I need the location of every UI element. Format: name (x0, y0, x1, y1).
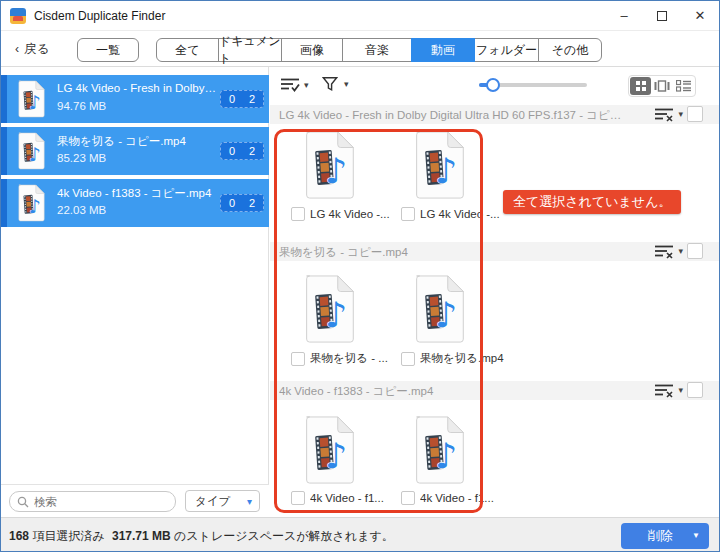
grid-icon (636, 81, 646, 91)
thumbnail-size-slider[interactable] (479, 83, 587, 87)
tab-label: 音楽 (365, 42, 389, 59)
group-header: 4k Video - f1383 - コピー.mp4 ▾ (270, 381, 720, 400)
file-checkbox[interactable] (291, 352, 305, 366)
filter-menu-button[interactable]: ▾ (322, 76, 349, 92)
list-view-toggle-button[interactable] (673, 77, 694, 95)
tab-all[interactable]: 全て (156, 38, 219, 62)
tab-folders[interactable]: フォルダー (474, 38, 539, 62)
chevron-down-icon: ▾ (678, 385, 683, 395)
app-window: Cisdem Duplicate Finder – ✕ ‹ 戻る 一覧 全て ド… (0, 0, 720, 552)
slider-thumb[interactable] (486, 78, 500, 92)
file-checkbox[interactable] (401, 491, 415, 505)
total-count: 2 (249, 197, 255, 209)
delete-label: 削除 (648, 528, 673, 545)
tab-music[interactable]: 音楽 (342, 38, 412, 62)
svg-text:♪: ♪ (29, 195, 41, 217)
delete-dropdown-icon[interactable]: ▼ (692, 531, 700, 540)
video-file-icon[interactable]: ♪ (299, 415, 359, 485)
file-name: 果物を切る.mp4 (420, 351, 504, 366)
group-checkbox[interactable] (687, 243, 703, 259)
file-checkbox[interactable] (401, 207, 415, 221)
selection-tooltip: 全て選択されていません。 (503, 190, 681, 214)
minimize-icon: – (620, 8, 627, 23)
total-count: 2 (249, 145, 255, 157)
deselect-list-icon[interactable] (654, 244, 674, 259)
group-title: 4k Video - f1383 - コピー.mp4 (279, 384, 629, 399)
tab-label: その他 (552, 42, 589, 59)
duplicate-groups-sidebar: ♪ LG 4k Video - Fresh in Dolby Digit... … (1, 67, 269, 517)
video-file-icon[interactable]: ♪ (409, 130, 469, 200)
sidebar-group-item[interactable]: ♪ LG 4k Video - Fresh in Dolby Digit... … (1, 75, 269, 123)
tab-documents[interactable]: ドキュメント (218, 38, 282, 62)
back-chevron-icon: ‹ (15, 42, 19, 56)
tab-videos[interactable]: 動画 (411, 38, 475, 62)
group-size: 85.23 MB (57, 152, 106, 164)
duplicates-panel: ▾ ▾ (270, 67, 720, 517)
sort-check-icon (280, 77, 300, 92)
selected-count: 168 (9, 529, 29, 543)
view-mode-toggle (628, 75, 696, 97)
group-name: LG 4k Video - Fresh in Dolby Digit... (57, 82, 217, 94)
group-size: 94.76 MB (57, 100, 106, 112)
selection-strip (1, 127, 7, 175)
close-button[interactable]: ✕ (681, 1, 719, 30)
panel-controls: ▾ ▾ (270, 67, 720, 103)
deselect-list-icon[interactable] (654, 383, 674, 398)
title-bar: Cisdem Duplicate Finder – ✕ (1, 1, 719, 31)
carousel-icon (654, 80, 670, 92)
video-file-icon[interactable]: ♪ (299, 130, 359, 200)
selected-count: 0 (229, 197, 235, 209)
video-file-icon[interactable]: ♪ (409, 415, 469, 485)
back-label: 戻る (24, 41, 49, 58)
group-checkbox[interactable] (687, 106, 703, 122)
svg-text:♪: ♪ (325, 295, 347, 335)
tab-others[interactable]: その他 (538, 38, 602, 62)
file-card-label: LG 4k Video -... (291, 207, 397, 221)
maximize-button[interactable] (643, 1, 681, 30)
grid-view-button[interactable] (630, 77, 651, 95)
tab-images[interactable]: 画像 (281, 38, 343, 62)
group-name: 果物を切る - コピー.mp4 (57, 134, 217, 149)
back-button[interactable]: ‹ 戻る (15, 40, 49, 58)
deselect-list-icon[interactable] (654, 107, 674, 122)
svg-text:♪: ♪ (435, 295, 457, 335)
selection-strip (1, 75, 7, 123)
svg-text:♪: ♪ (29, 91, 41, 113)
preview-view-button[interactable] (651, 77, 672, 95)
video-file-icon[interactable]: ♪ (409, 274, 469, 344)
count-badge: 0 2 (220, 142, 264, 160)
list-view-button[interactable]: 一覧 (77, 38, 139, 62)
sidebar-group-item[interactable]: ♪ 果物を切る - コピー.mp4 85.23 MB 0 2 (1, 127, 269, 175)
tab-label: ドキュメント (219, 33, 281, 67)
list-view-label: 一覧 (96, 42, 120, 59)
delete-button[interactable]: 削除 ▼ (621, 523, 709, 549)
sort-menu-button[interactable]: ▾ (280, 77, 309, 92)
group-header-actions: ▾ (654, 382, 703, 398)
video-file-icon: ♪ (15, 132, 47, 170)
file-checkbox[interactable] (291, 491, 305, 505)
selected-count: 0 (229, 93, 235, 105)
app-logo-icon (10, 8, 26, 24)
count-badge: 0 2 (220, 194, 264, 212)
group-checkbox[interactable] (687, 382, 703, 398)
type-filter-label: タイプ (195, 494, 230, 509)
video-file-icon: ♪ (15, 184, 47, 222)
selected-count: 0 (229, 145, 235, 157)
maximize-icon (657, 11, 667, 21)
sidebar-group-item[interactable]: ♪ 4k Video - f1383 - コピー.mp4 22.03 MB 0 … (1, 179, 269, 227)
chevron-down-icon: ▾ (304, 80, 309, 90)
video-file-icon[interactable]: ♪ (299, 274, 359, 344)
type-filter-dropdown[interactable]: タイプ ▾ (185, 490, 260, 512)
file-checkbox[interactable] (291, 207, 305, 221)
svg-text:♪: ♪ (325, 151, 347, 191)
svg-text:♪: ♪ (325, 436, 347, 476)
close-icon: ✕ (695, 8, 706, 23)
window-controls: – ✕ (605, 1, 719, 30)
file-card-label: 4k Video - f1... (291, 491, 397, 505)
file-name: LG 4k Video -... (310, 208, 390, 220)
search-input[interactable] (34, 493, 169, 510)
group-header: LG 4k Video - Fresh in Dolby Digital Ult… (270, 105, 720, 124)
status-text: 168 項目選択済み 317.71 MB のストレージスペースが解放されます。 (9, 528, 398, 545)
file-checkbox[interactable] (401, 352, 415, 366)
minimize-button[interactable]: – (605, 1, 643, 30)
